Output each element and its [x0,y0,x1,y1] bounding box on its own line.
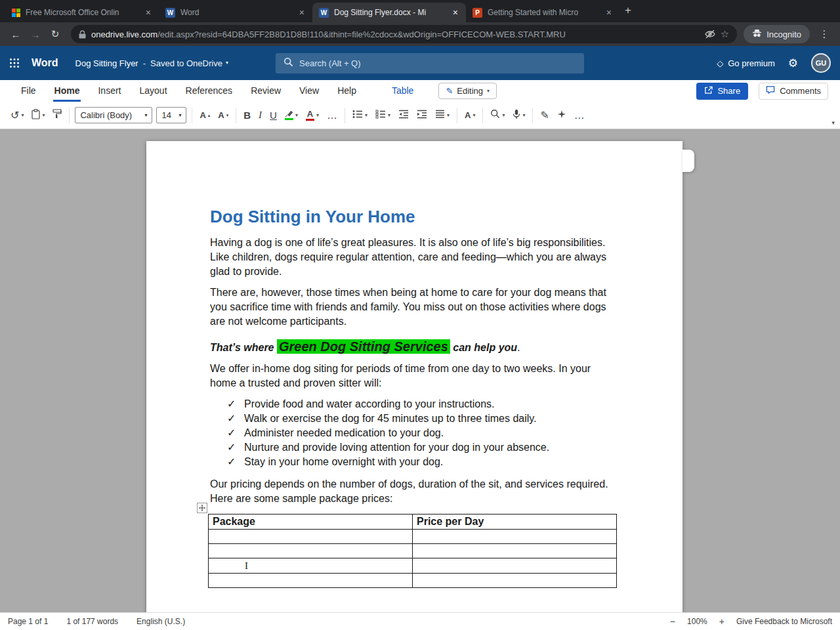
table-header-cell[interactable]: Package [209,514,413,530]
more-font-options-button[interactable]: … [323,106,341,125]
go-premium-button[interactable]: ◇ Go premium [717,58,775,68]
browser-tab-word[interactable]: W Word × [159,3,312,22]
doc-paragraph[interactable]: There are, however, those times when bei… [210,285,618,329]
checklist-item[interactable]: ✓Walk or exercise the dog for 45 minutes… [227,411,618,426]
browser-tab-powerpoint[interactable]: P Getting Started with Micro × [466,3,620,22]
increase-indent-button[interactable] [413,106,431,125]
collapsed-side-card[interactable] [682,150,694,172]
undo-button[interactable]: ↺ ▾ [7,106,28,125]
paste-button[interactable]: ▾ [28,106,49,125]
designer-button[interactable] [553,106,570,125]
table-row[interactable]: I [209,558,617,574]
language-indicator[interactable]: English (U.S.) [136,617,185,626]
settings-gear-icon[interactable]: ⚙ [788,56,798,70]
new-tab-button[interactable]: + [625,4,631,17]
browser-menu-icon[interactable]: ⋮ [815,28,833,40]
bullets-button[interactable]: ▾ [348,106,371,125]
word-count[interactable]: 1 of 177 words [66,617,118,626]
zoom-level[interactable]: 100% [687,617,707,626]
save-status-button[interactable]: Saved to OneDrive ▾ [150,58,228,68]
table-cell[interactable] [413,558,617,574]
tab-close-icon[interactable]: × [144,8,152,17]
table-move-handle[interactable] [197,503,207,513]
editing-mode-button[interactable]: ✎ Editing ▾ [438,83,497,99]
tab-close-icon[interactable]: × [605,8,613,17]
table-cell[interactable] [209,574,413,588]
tab-close-icon[interactable]: × [298,8,306,17]
more-tools-button[interactable]: … [570,106,589,125]
doc-paragraph[interactable]: Having a dog is one of life’s great plea… [210,236,618,279]
bold-button[interactable]: B [240,106,255,125]
forward-button[interactable]: → [26,29,45,40]
app-name[interactable]: Word [32,57,58,69]
doc-heading[interactable]: Dog Sitting in Your Home [210,207,618,226]
page-count[interactable]: Page 1 of 1 [8,617,48,626]
tab-view[interactable]: View [290,80,328,102]
address-bar[interactable]: onedrive.live.com/edit.aspx?resid=64DBA5… [71,25,737,43]
zoom-in-button[interactable]: + [719,616,724,627]
table-row[interactable] [209,544,617,558]
zoom-out-button[interactable]: − [670,616,675,627]
account-avatar[interactable]: GU [811,53,831,73]
shrink-font-button[interactable]: A ▾ [214,106,232,125]
table-row[interactable] [209,574,617,588]
bookmark-star-icon[interactable]: ☆ [721,28,729,40]
tab-table-contextual[interactable]: Table [383,80,423,102]
editor-button[interactable]: ✎ [536,106,553,125]
document-title-header[interactable]: Dog Sitting Flyer [75,58,138,68]
dictate-button[interactable]: ▾ [509,106,529,125]
tab-insert[interactable]: Insert [89,80,130,102]
table-cell[interactable]: I [209,558,413,574]
table-header-row[interactable]: Package Price per Day [209,514,617,530]
checklist-item[interactable]: ✓Stay in your home overnight with your d… [227,455,618,469]
italic-button[interactable]: I [255,106,266,125]
decrease-indent-button[interactable] [394,106,413,125]
doc-callout[interactable]: That’s where Green Dog Sitting Services … [210,339,618,355]
grow-font-button[interactable]: A ▴ [196,106,214,125]
search-input[interactable] [299,58,576,68]
styles-button[interactable]: A ▾ [461,106,479,125]
browser-tab-current-document[interactable]: W Dog Sitting Flyer.docx - Mi × [312,3,466,22]
format-painter-button[interactable] [49,106,66,125]
search-bar[interactable] [276,53,584,74]
table-cell[interactable] [209,530,413,544]
font-name-select[interactable]: Calibri (Body) ▾ [75,107,152,123]
alignment-button[interactable]: ▾ [431,106,453,125]
table-row[interactable] [209,530,617,544]
app-launcher-icon[interactable] [9,58,20,68]
feedback-link[interactable]: Give Feedback to Microsoft [736,617,832,626]
tab-layout[interactable]: Layout [130,80,176,102]
doc-paragraph[interactable]: Our pricing depends on the number of dog… [210,477,618,506]
reload-button[interactable]: ↻ [46,28,64,40]
browser-tab-office-home[interactable]: Free Microsoft Office Onlin × [5,3,159,22]
collapse-ribbon-icon[interactable]: ▾ [831,119,835,126]
document-page[interactable]: Dog Sitting in Your Home Having a dog is… [146,141,682,612]
find-button[interactable]: ▾ [486,106,509,125]
checklist-item[interactable]: ✓Provide food and water according to you… [227,397,618,411]
table-cell[interactable] [413,530,617,544]
pricing-table[interactable]: Package Price per Day I [208,514,617,588]
highlighted-text[interactable]: Green Dog Sitting Services [277,339,450,354]
comments-button[interactable]: Comments [759,83,828,100]
back-button[interactable]: ← [7,29,25,40]
tab-close-icon[interactable]: × [452,8,459,17]
numbering-button[interactable]: ▾ [371,106,394,125]
table-cell[interactable] [413,574,617,588]
highlight-color-button[interactable]: ▾ [281,106,302,125]
tab-home[interactable]: Home [45,80,89,102]
doc-paragraph[interactable]: We offer in-home dog siting for periods … [210,362,618,390]
table-cell[interactable] [413,544,617,558]
underline-button[interactable]: U [266,106,281,125]
eye-off-icon[interactable] [705,29,715,39]
tab-review[interactable]: Review [242,80,290,102]
tab-help[interactable]: Help [328,80,366,102]
tab-file[interactable]: File [12,80,45,102]
checklist-item[interactable]: ✓Nurture and provide loving attention fo… [227,440,618,455]
table-cell[interactable] [209,544,413,558]
share-button[interactable]: Share [696,83,748,100]
table-header-cell[interactable]: Price per Day [413,514,617,530]
tab-references[interactable]: References [177,80,242,102]
checklist-item[interactable]: ✓Administer needed medication to your do… [227,426,618,440]
font-size-select[interactable]: 14 ▾ [156,107,186,123]
font-color-button[interactable]: A ▾ [302,106,323,125]
